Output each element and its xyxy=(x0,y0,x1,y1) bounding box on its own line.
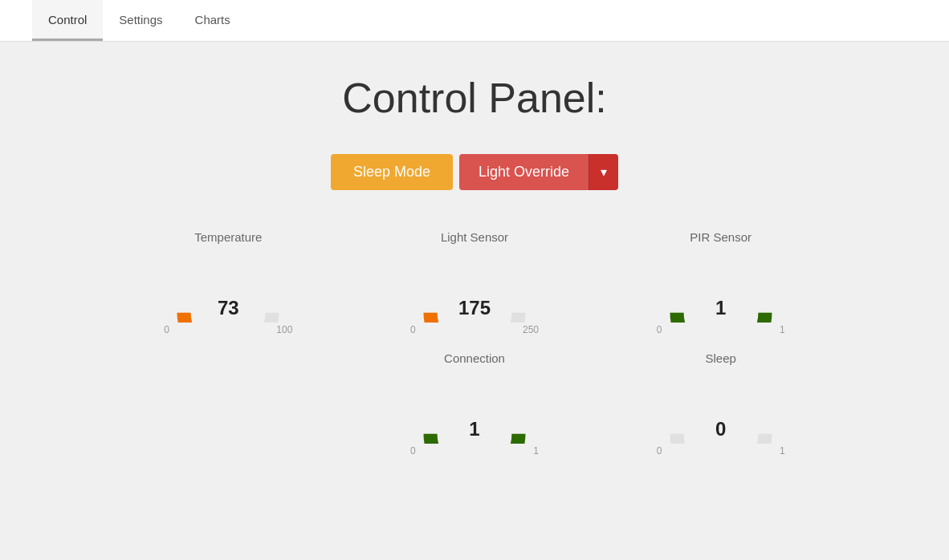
gauge-value-temperature: 73 xyxy=(218,297,239,319)
light-override-caret-button[interactable]: ▾ xyxy=(589,154,618,190)
gauge-connection: Connection 1 0 1 xyxy=(376,351,574,457)
page-title: Control Panel: xyxy=(342,74,607,122)
sleep-mode-button[interactable]: Sleep Mode xyxy=(331,154,453,190)
gauge-wrap-connection: 1 xyxy=(410,371,539,444)
gauge-minmax-sleep: 0 1 xyxy=(657,445,785,457)
gauge-wrap-temperature: 73 xyxy=(164,250,292,323)
tab-charts[interactable]: Charts xyxy=(179,0,246,41)
nav-tabs: Control Settings Charts xyxy=(32,0,246,41)
gauge-min-temperature: 0 xyxy=(164,324,169,335)
button-group: Sleep Mode Light Override ▾ xyxy=(331,154,618,190)
gauge-label-connection: Connection xyxy=(444,351,505,365)
tab-settings[interactable]: Settings xyxy=(103,0,178,41)
navbar: Control Settings Charts xyxy=(0,0,949,42)
gauge-min-light-sensor: 0 xyxy=(410,324,416,335)
gauge-label-light-sensor: Light Sensor xyxy=(441,230,508,244)
gauge-value-light-sensor: 175 xyxy=(458,297,491,319)
gauge-wrap-sleep: 0 xyxy=(657,371,785,444)
gauge-minmax-pir-sensor: 0 1 xyxy=(657,324,785,335)
gauge-value-sleep: 0 xyxy=(715,418,726,440)
gauge-max-connection: 1 xyxy=(533,445,539,457)
gauge-max-sleep: 1 xyxy=(780,445,785,457)
gauge-max-light-sensor: 250 xyxy=(523,324,539,335)
gauge-temperature: Temperature 73 0 100 xyxy=(129,230,328,335)
caret-down-icon: ▾ xyxy=(601,165,607,179)
gauge-min-pir-sensor: 0 xyxy=(657,324,662,335)
gauge-minmax-light-sensor: 0 250 xyxy=(410,324,539,335)
gauges-grid: Temperature 73 0 100 Light Sensor 175 0 … xyxy=(129,230,820,457)
gauge-wrap-pir-sensor: 1 xyxy=(657,250,785,323)
gauge-max-temperature: 100 xyxy=(276,324,292,335)
main-content: Control Panel: Sleep Mode Light Override… xyxy=(0,42,949,489)
gauge-label-temperature: Temperature xyxy=(194,230,262,244)
light-override-button[interactable]: Light Override xyxy=(459,154,589,190)
gauge-label-sleep: Sleep xyxy=(705,351,735,365)
gauge-pir-sensor: PIR Sensor 1 0 1 xyxy=(621,230,820,335)
gauge-sleep: Sleep 0 0 1 xyxy=(621,351,820,457)
gauge-min-connection: 0 xyxy=(410,445,416,457)
gauge-max-pir-sensor: 1 xyxy=(780,324,785,335)
gauge-min-sleep: 0 xyxy=(657,445,662,457)
gauge-value-pir-sensor: 1 xyxy=(715,297,726,319)
gauge-minmax-temperature: 0 100 xyxy=(164,324,292,335)
gauge-light-sensor: Light Sensor 175 0 250 xyxy=(376,230,574,335)
gauge-wrap-light-sensor: 175 xyxy=(410,250,539,323)
tab-control[interactable]: Control xyxy=(32,0,103,41)
light-override-group: Light Override ▾ xyxy=(459,154,618,190)
gauge-minmax-connection: 0 1 xyxy=(410,445,539,457)
gauge-value-connection: 1 xyxy=(469,418,479,440)
gauge-label-pir-sensor: PIR Sensor xyxy=(690,230,751,244)
